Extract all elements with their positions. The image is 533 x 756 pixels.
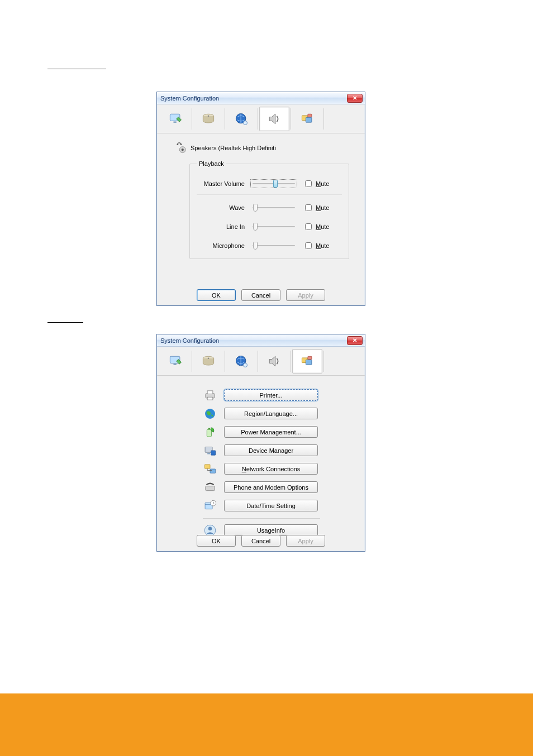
ok-button[interactable]: OK (197, 535, 236, 547)
slider-master[interactable] (253, 183, 295, 185)
mute-wave-checkbox[interactable] (305, 204, 312, 211)
divider (203, 518, 320, 519)
svg-rect-26 (207, 429, 211, 437)
cancel-button[interactable]: Cancel (241, 535, 280, 547)
svg-rect-30 (211, 451, 216, 455)
slider-master-wrap (250, 179, 297, 188)
settings-folders-icon (299, 353, 315, 369)
row-master: Master Volume Mute (197, 173, 342, 195)
printer-icon (203, 388, 217, 403)
window-title: System Configuration (159, 337, 219, 344)
mute-master-checkbox[interactable] (305, 180, 312, 187)
row-datetime: Date/Time Setting (203, 496, 355, 515)
titlebar: System Configuration ✕ (157, 92, 365, 104)
tool-audio[interactable] (259, 349, 289, 374)
monitor-icon (168, 353, 183, 369)
svg-point-5 (244, 121, 248, 125)
close-button[interactable]: ✕ (347, 336, 363, 345)
row-devmgr: Device Manager (203, 441, 355, 460)
others-list: Printer... Region/Language... Power Mana… (203, 386, 355, 539)
svg-point-9 (177, 143, 178, 145)
region-button[interactable]: Region/Language... (224, 408, 318, 419)
slider-linein[interactable] (253, 226, 295, 228)
toolbar (157, 104, 365, 133)
row-modem: Phone and Modem Options (203, 478, 355, 496)
toolbar-separator (225, 108, 225, 130)
tool-others[interactable] (292, 107, 322, 131)
mute-mic-checkbox[interactable] (305, 242, 312, 249)
apply-button[interactable]: Apply (286, 289, 325, 301)
slider-wave-wrap (250, 205, 297, 210)
speaker-icon (266, 353, 282, 369)
tool-network[interactable] (226, 107, 256, 131)
toolbar (157, 347, 365, 376)
svg-rect-31 (204, 464, 210, 468)
mute-linein-checkbox[interactable] (305, 223, 312, 230)
network-button[interactable]: Network Connections (224, 463, 318, 475)
slider-mic[interactable] (253, 245, 295, 247)
cancel-button[interactable]: Cancel (241, 289, 280, 301)
globe-green-icon (203, 406, 217, 421)
svg-rect-14 (174, 363, 177, 365)
mute-linein[interactable]: Mute (303, 222, 329, 232)
dialog-body-audio: Speakers (Realtek High Definiti Playback… (157, 133, 365, 267)
svg-rect-1 (174, 121, 177, 123)
tool-display[interactable] (160, 349, 191, 374)
mute-mic[interactable]: Mute (303, 241, 329, 251)
svg-point-10 (180, 143, 182, 145)
row-power: Power Management... (203, 423, 355, 441)
heading-rule-audio (47, 69, 106, 69)
usage-button[interactable]: UsageInfo (224, 524, 318, 536)
audio-device-name: Speakers (Realtek High Definiti (191, 145, 276, 151)
svg-point-38 (208, 527, 212, 530)
modem-button[interactable]: Phone and Modem Options (224, 481, 318, 493)
playback-legend: Playback (197, 160, 226, 167)
close-button[interactable]: ✕ (347, 94, 363, 103)
svg-rect-8 (308, 114, 312, 117)
label-linein: Line In (197, 223, 250, 230)
slider-linein-wrap (250, 224, 297, 229)
tool-network[interactable] (226, 349, 256, 374)
datetime-button[interactable]: Date/Time Setting (224, 500, 318, 511)
printer-button[interactable]: Printer... (224, 389, 318, 401)
toolbar-separator (323, 108, 324, 130)
playback-group: Playback Master Volume Mute Wave M (189, 160, 349, 259)
ok-button[interactable]: OK (197, 289, 236, 301)
svg-rect-21 (308, 356, 312, 359)
svg-rect-7 (306, 117, 312, 122)
row-linein: Line In Mute (197, 217, 342, 236)
mute-wave[interactable]: Mute (303, 203, 329, 213)
close-icon: ✕ (353, 338, 357, 343)
close-icon: ✕ (353, 95, 357, 101)
row-mic: Microphone Mute (197, 236, 342, 255)
svg-point-12 (182, 149, 184, 151)
disk-icon (201, 353, 216, 369)
row-region: Region/Language... (203, 404, 355, 423)
label-master: Master Volume (197, 180, 250, 187)
devmgr-button[interactable]: Device Manager (224, 444, 318, 456)
toolbar-separator (258, 351, 258, 372)
power-button[interactable]: Power Management... (224, 426, 318, 438)
row-printer: Printer... (203, 386, 355, 404)
slider-wave[interactable] (253, 207, 295, 209)
disk-icon (201, 111, 216, 127)
toolbar-separator (192, 108, 192, 130)
tool-display[interactable] (160, 107, 191, 131)
heading-rule-others (47, 322, 83, 323)
settings-folders-icon (299, 111, 315, 127)
tool-audio[interactable] (259, 107, 289, 131)
tool-others[interactable] (292, 349, 322, 374)
toolbar-separator (291, 351, 291, 372)
audio-device-icon (175, 141, 187, 155)
mute-master[interactable]: Mute (303, 179, 329, 189)
slider-mic-wrap (250, 243, 297, 248)
svg-rect-23 (207, 390, 213, 394)
label-mic: Microphone (197, 242, 250, 249)
button-bar: OK Cancel Apply (157, 289, 365, 301)
window-audio: System Configuration ✕ (156, 92, 365, 306)
toolbar-separator (291, 108, 291, 130)
tool-disk[interactable] (193, 107, 223, 131)
tool-disk[interactable] (193, 349, 223, 374)
svg-rect-27 (208, 428, 210, 429)
apply-button[interactable]: Apply (286, 535, 325, 547)
